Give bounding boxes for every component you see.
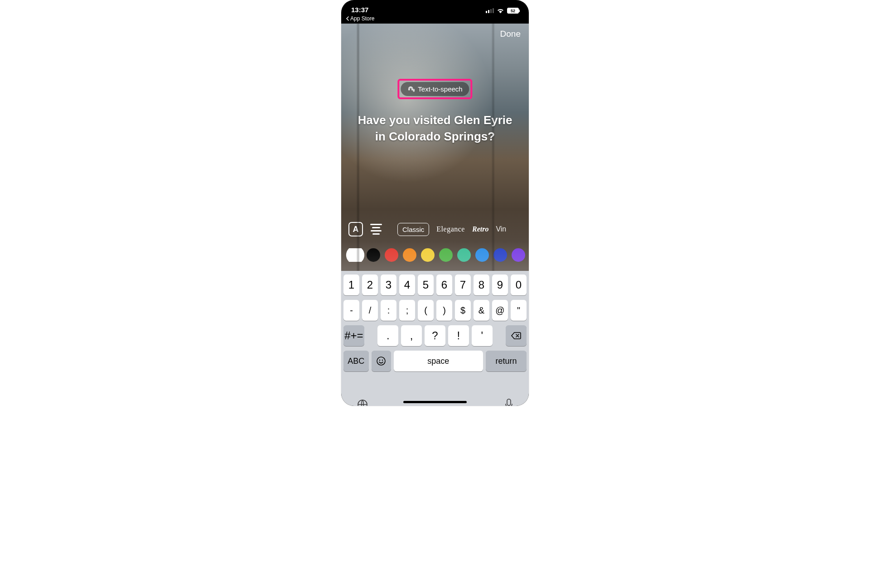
key[interactable]: 4 (399, 275, 415, 295)
text-to-speech-button[interactable]: Text-to-speech (401, 82, 469, 96)
status-icons: 52 (486, 8, 519, 14)
key-return[interactable]: return (486, 351, 527, 371)
back-label: App Store (350, 15, 374, 22)
emoji-icon (376, 356, 386, 366)
text-toolbar: A Classic Elegance Retro Vin (341, 222, 529, 236)
key[interactable]: & (474, 300, 489, 321)
key[interactable]: / (362, 300, 378, 321)
key[interactable]: 7 (455, 275, 471, 295)
keyboard-row-1: 1 2 3 4 5 6 7 8 9 0 (343, 275, 527, 295)
key[interactable]: 9 (492, 275, 508, 295)
color-swatch[interactable] (512, 248, 525, 262)
color-swatch[interactable] (421, 248, 435, 262)
overlay-text[interactable]: Have you visited Glen Eyrie in Colorado … (354, 112, 516, 145)
color-swatch[interactable] (493, 248, 507, 262)
color-swatch[interactable] (385, 248, 398, 262)
globe-icon[interactable] (357, 399, 368, 406)
font-picker[interactable]: Classic Elegance Retro Vin (389, 223, 522, 236)
chevron-left-icon (346, 16, 349, 21)
color-swatch[interactable] (367, 248, 380, 262)
svg-point-3 (358, 400, 367, 406)
keyboard-row-3: #+= . , ? ! ' (343, 325, 527, 346)
keyboard-row-2: - / : ; ( ) $ & @ " (343, 300, 527, 321)
key[interactable]: 8 (474, 275, 489, 295)
key[interactable]: ' (472, 325, 493, 346)
key[interactable]: . (377, 325, 398, 346)
keyboard-bottom-bar (341, 393, 529, 406)
key[interactable]: ; (399, 300, 415, 321)
color-picker[interactable] (341, 248, 529, 262)
key[interactable]: 1 (343, 275, 359, 295)
key[interactable]: ) (436, 300, 452, 321)
key-space[interactable]: space (394, 351, 483, 371)
backspace-icon (511, 332, 522, 340)
key-backspace[interactable] (506, 325, 527, 346)
key[interactable]: 0 (511, 275, 527, 295)
color-swatch[interactable] (403, 248, 416, 262)
wifi-icon (497, 8, 504, 14)
mic-icon[interactable] (504, 398, 513, 406)
story-editor: Done Text-to-speech Have you visited Gle… (341, 24, 529, 271)
color-swatch[interactable] (475, 248, 489, 262)
text-align-button[interactable] (369, 224, 383, 235)
tts-highlight: Text-to-speech (397, 79, 472, 99)
home-indicator (403, 401, 467, 403)
keyboard: 1 2 3 4 5 6 7 8 9 0 - / : ; ( ) $ & @ (341, 271, 529, 393)
key[interactable]: 6 (436, 275, 452, 295)
key[interactable]: @ (492, 300, 508, 321)
key[interactable]: : (381, 300, 396, 321)
svg-rect-4 (507, 399, 511, 405)
tts-icon (407, 86, 415, 93)
back-to-app[interactable]: App Store (341, 14, 529, 24)
svg-point-2 (382, 360, 383, 361)
font-option-classic[interactable]: Classic (397, 223, 429, 236)
key[interactable]: - (343, 300, 359, 321)
key[interactable]: 2 (362, 275, 378, 295)
key[interactable]: $ (455, 300, 471, 321)
phone-frame: 13:37 52 App Store Done (341, 0, 529, 406)
text-style-button[interactable]: A (348, 222, 363, 236)
svg-point-1 (379, 360, 380, 361)
status-bar: 13:37 52 (341, 0, 529, 14)
key-symbols[interactable]: #+= (343, 325, 364, 346)
color-swatch[interactable] (439, 248, 453, 262)
key[interactable]: " (511, 300, 527, 321)
status-time: 13:37 (351, 6, 368, 14)
color-swatch[interactable] (348, 248, 363, 262)
key[interactable]: ? (425, 325, 445, 346)
key[interactable]: ( (418, 300, 434, 321)
key[interactable]: , (401, 325, 422, 346)
font-option-retro[interactable]: Retro (472, 225, 488, 233)
font-option-vintage[interactable]: Vin (496, 225, 506, 233)
key-emoji[interactable] (372, 351, 391, 371)
svg-point-0 (377, 357, 385, 365)
font-option-elegance[interactable]: Elegance (436, 225, 465, 233)
key[interactable]: 5 (418, 275, 434, 295)
done-button[interactable]: Done (500, 29, 521, 39)
tts-label: Text-to-speech (418, 85, 462, 93)
key[interactable]: 3 (381, 275, 396, 295)
color-swatch[interactable] (457, 248, 471, 262)
keyboard-row-4: ABC space return (343, 351, 527, 371)
battery-icon: 52 (507, 8, 519, 14)
key-abc[interactable]: ABC (343, 351, 369, 371)
cellular-icon (486, 8, 494, 13)
key[interactable]: ! (448, 325, 469, 346)
